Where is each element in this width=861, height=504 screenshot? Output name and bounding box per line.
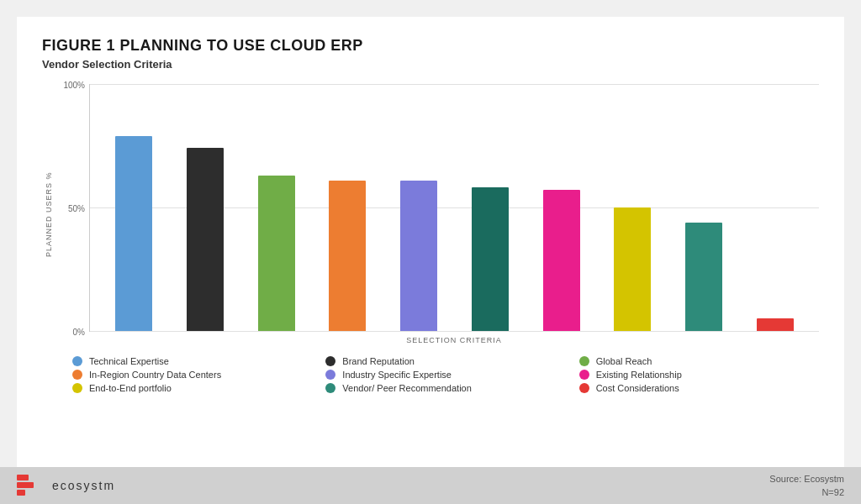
- bar-4: [400, 181, 437, 331]
- legend-item-2: Global Reach: [579, 356, 819, 366]
- bar-0: [115, 136, 152, 331]
- legend-dot-8: [579, 383, 589, 393]
- legend-item-7: Vendor/ Peer Recommendation: [325, 383, 565, 393]
- legend-dot-4: [325, 370, 335, 380]
- legend-dot-5: [579, 370, 589, 380]
- bar-wrapper-0: [98, 84, 170, 331]
- legend-item-5: Existing Relationship: [579, 370, 819, 380]
- bar-9: [757, 318, 794, 331]
- legend-dot-1: [325, 356, 335, 366]
- legend-dot-6: [72, 383, 82, 393]
- y-label-50: 50%: [68, 204, 85, 213]
- subtitle: Vendor Selection Criteria: [42, 58, 819, 71]
- legend-item-8: Cost Considerations: [579, 383, 819, 393]
- legend-label-6: End-to-End portfolio: [89, 383, 172, 393]
- legend-label-2: Global Reach: [596, 356, 652, 366]
- sample-size: N=92: [821, 487, 844, 497]
- bar-wrapper-7: [597, 84, 668, 331]
- chart-area: PLANNED USERS % 100% 50% 0%: [42, 84, 819, 344]
- legend-dot-3: [72, 370, 82, 380]
- bar-1: [187, 148, 224, 331]
- bar-wrapper-5: [455, 84, 526, 331]
- bar-3: [329, 181, 366, 331]
- bar-8: [685, 223, 722, 331]
- logo-text: ecosystm: [52, 479, 115, 492]
- bar-wrapper-6: [526, 84, 597, 331]
- y-label-100: 100%: [63, 81, 85, 90]
- legend-item-6: End-to-End portfolio: [72, 383, 312, 393]
- legend-label-4: Industry Specific Expertise: [342, 370, 452, 380]
- source-label: Source: Ecosystm: [769, 474, 844, 484]
- main-card: FIGURE 1 PLANNING TO USE CLOUD ERP Vendo…: [17, 17, 844, 470]
- ecosystm-logo-icon: [17, 475, 44, 496]
- grid-line-0: 0%: [90, 331, 819, 332]
- legend-label-0: Technical Expertise: [89, 356, 169, 366]
- ecosystm-logo: ecosystm: [17, 475, 115, 496]
- legend-item-3: In-Region Country Data Centers: [72, 370, 312, 380]
- legend-item-1: Brand Reputation: [325, 356, 565, 366]
- chart-plot: 100% 50% 0%: [89, 84, 819, 332]
- y-axis-label: PLANNED USERS %: [42, 84, 55, 344]
- bar-5: [472, 187, 509, 331]
- bar-6: [543, 190, 580, 331]
- figure-title: FIGURE 1 PLANNING TO USE CLOUD ERP: [42, 37, 819, 55]
- chart-with-axes: 100% 50% 0% SELECTION CRITERIA: [59, 84, 819, 344]
- svg-rect-1: [17, 482, 34, 488]
- legend-label-7: Vendor/ Peer Recommendation: [342, 383, 471, 393]
- legend-label-3: In-Region Country Data Centers: [89, 370, 221, 380]
- legend-dot-7: [325, 383, 335, 393]
- footer: ecosystm Source: Ecosystm N=92: [0, 467, 861, 504]
- legend: Technical ExpertiseBrand ReputationGloba…: [72, 356, 819, 393]
- bar-wrapper-4: [383, 84, 455, 331]
- legend-dot-0: [72, 356, 82, 366]
- bar-wrapper-1: [170, 84, 241, 331]
- bar-2: [258, 176, 295, 331]
- bar-wrapper-8: [668, 84, 740, 331]
- legend-label-1: Brand Reputation: [342, 356, 415, 366]
- legend-dot-2: [579, 356, 589, 366]
- legend-label-5: Existing Relationship: [596, 370, 682, 380]
- bars-container: [90, 84, 819, 331]
- legend-item-0: Technical Expertise: [72, 356, 312, 366]
- bar-wrapper-9: [739, 84, 811, 331]
- bar-wrapper-2: [240, 84, 312, 331]
- bar-wrapper-3: [312, 84, 383, 331]
- y-label-0: 0%: [73, 328, 85, 337]
- legend-label-8: Cost Considerations: [596, 383, 679, 393]
- legend-item-4: Industry Specific Expertise: [325, 370, 565, 380]
- bar-7: [614, 207, 651, 331]
- svg-rect-0: [17, 475, 29, 480]
- x-axis-label: SELECTION CRITERIA: [89, 336, 819, 344]
- source-text: Source: Ecosystm N=92: [769, 472, 844, 500]
- svg-rect-2: [17, 490, 25, 496]
